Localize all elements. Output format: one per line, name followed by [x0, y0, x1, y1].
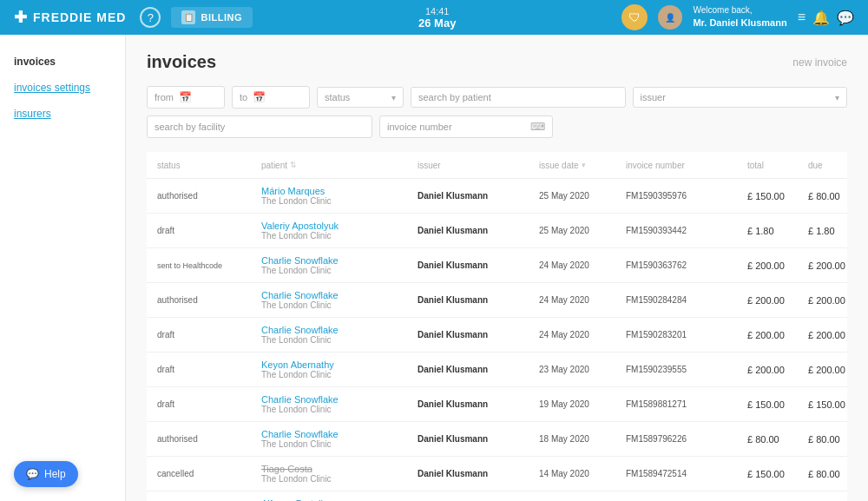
issuer-cell: Daniel Klusmann: [418, 469, 539, 478]
facility-name: The London Clinic: [261, 266, 418, 275]
sidebar-item-invoices-settings[interactable]: invoices settings: [0, 75, 125, 101]
invoice-num-cell: FM1590395976: [626, 191, 747, 201]
due-cell: £ 80.00: [808, 469, 847, 479]
table-body: authorised Mário Marques The London Clin…: [147, 179, 847, 501]
patient-name-link[interactable]: Valeriy Apostolyuk: [261, 221, 418, 231]
status-cell: authorised: [157, 191, 261, 201]
invoice-num-cell: FM1590363762: [626, 260, 747, 270]
status-cell: sent to Healthcode: [157, 261, 261, 270]
invoice-num-cell: FM1590239555: [626, 365, 747, 374]
date-cell: 24 May 2020: [539, 260, 626, 270]
header-right: 🛡 👤 Welcome back, Mr. Daniel Klusmann ≡ …: [621, 4, 854, 30]
invoice-num-cell: FM1589881271: [626, 399, 747, 409]
patient-name-link[interactable]: Charlie Snowflake: [261, 255, 418, 266]
table-row: authorised Charlie Snowflake The London …: [147, 283, 847, 318]
status-cell: draft: [157, 330, 261, 339]
filters-row-2: search by facility invoice number ⌨: [147, 115, 847, 138]
due-cell: £ 80.00: [808, 191, 847, 201]
col-total: total: [747, 161, 808, 170]
patient-name-link[interactable]: Charlie Snowflake: [261, 429, 418, 439]
patient-name-link[interactable]: Keyon Abernathy: [261, 359, 418, 370]
total-cell: £ 150.00: [747, 191, 808, 201]
col-due: due: [808, 161, 847, 170]
date-cell: 23 May 2020: [539, 365, 626, 374]
table-row: draft Charlie Snowflake The London Clini…: [147, 318, 847, 353]
logo-text: FREDDIE MED: [33, 10, 126, 24]
from-date-input[interactable]: from 📅: [147, 86, 225, 109]
patient-name-link[interactable]: Tiago Costa: [261, 464, 418, 474]
main-content: invoices new invoice from 📅 to 📅 status …: [126, 35, 868, 501]
total-cell: £ 200.00: [747, 295, 808, 306]
patient-name-link[interactable]: Charlie Snowflake: [261, 290, 418, 300]
total-cell: £ 200.00: [747, 365, 808, 375]
date-cell: 25 May 2020: [539, 191, 626, 201]
billing-icon: 📋: [181, 10, 195, 24]
logo: ✚ FREDDIE MED: [14, 8, 126, 27]
patient-name-link[interactable]: Mário Marques: [261, 186, 418, 196]
facility-search-input[interactable]: search by facility: [147, 115, 372, 138]
barcode-icon: ⌨: [530, 121, 545, 133]
sidebar-item-insurers[interactable]: insurers: [0, 101, 125, 127]
issuer-cell: Daniel Klusmann: [418, 330, 539, 339]
total-cell: £ 150.00: [747, 399, 808, 410]
to-label: to: [240, 92, 247, 102]
issuer-cell: Daniel Klusmann: [418, 295, 539, 305]
list-icon[interactable]: ≡: [798, 10, 806, 25]
total-cell: £ 200.00: [747, 260, 808, 271]
table-row: authorised Charlie Snowflake The London …: [147, 422, 847, 457]
table-row: authorised Mário Marques The London Clin…: [147, 179, 847, 214]
patient-cell: Tiago Costa The London Clinic: [261, 464, 418, 484]
page-header: invoices new invoice: [147, 52, 847, 72]
col-issuer: issuer: [418, 161, 539, 170]
facility-name: The London Clinic: [261, 231, 418, 241]
invoice-num-cell: FM1589472514: [626, 469, 747, 478]
issuer-cell: Daniel Klusmann: [418, 365, 539, 374]
patient-cell: Charlie Snowflake The London Clinic: [261, 429, 418, 449]
shield-icon: 🛡: [621, 4, 648, 30]
col-patient[interactable]: patient ⇅: [261, 161, 418, 170]
billing-nav[interactable]: 📋 BILLING: [171, 7, 253, 28]
status-cell: draft: [157, 226, 261, 235]
status-cell: authorised: [157, 434, 261, 444]
issuer-cell: Daniel Klusmann: [418, 260, 539, 270]
patient-name-link[interactable]: Charlie Snowflake: [261, 325, 418, 335]
help-circle-icon: 💬: [26, 468, 39, 480]
help-icon-button[interactable]: ?: [140, 7, 161, 28]
calendar-icon: 📅: [179, 91, 192, 103]
chat-icon[interactable]: 💬: [837, 10, 854, 26]
help-button[interactable]: 💬 Help: [14, 461, 78, 487]
patient-cell: Charlie Snowflake The London Clinic: [261, 394, 418, 414]
facility-name: The London Clinic: [261, 300, 418, 310]
col-issue-date[interactable]: issue date ▾: [539, 161, 626, 170]
invoice-num-cell: FM1590283201: [626, 330, 747, 339]
table-row: sent to Healthcode Charlie Snowflake The…: [147, 248, 847, 283]
sidebar-item-invoices[interactable]: invoices: [0, 49, 125, 75]
patient-search-input[interactable]: search by patient: [411, 87, 626, 108]
bell-icon[interactable]: 🔔: [812, 10, 830, 26]
facility-name: The London Clinic: [261, 335, 418, 345]
due-cell: £ 200.00: [808, 295, 847, 306]
welcome-text: Welcome back, Mr. Daniel Klusmann: [693, 4, 786, 30]
new-invoice-button[interactable]: new invoice: [792, 56, 847, 69]
table-row: draft Valeriy Apostolyuk The London Clin…: [147, 214, 847, 248]
app-header: ✚ FREDDIE MED ? 📋 BILLING 14:41 26 May 🛡…: [0, 0, 868, 35]
table-row: cancelled Tiago Costa The London Clinic …: [147, 457, 847, 491]
table-header-row: status patient ⇅ issuer issue date ▾ inv…: [147, 152, 847, 179]
filters-row-1: from 📅 to 📅 status ▾ search by patient i…: [147, 86, 847, 109]
col-status: status: [157, 161, 261, 170]
chevron-down-icon-2: ▾: [835, 93, 839, 102]
due-cell: £ 80.00: [808, 434, 847, 445]
status-filter[interactable]: status ▾: [317, 87, 404, 108]
sidebar: invoices invoices settings insurers: [0, 35, 126, 501]
due-cell: £ 1.80: [808, 226, 847, 236]
status-cell: draft: [157, 365, 261, 374]
to-date-input[interactable]: to 📅: [232, 86, 310, 109]
date-cell: 18 May 2020: [539, 434, 626, 444]
date-cell: 24 May 2020: [539, 295, 626, 305]
invoice-number-input[interactable]: invoice number ⌨: [379, 115, 553, 138]
date-cell: 24 May 2020: [539, 330, 626, 339]
patient-name-link[interactable]: Charlie Snowflake: [261, 394, 418, 405]
facility-placeholder: search by facility: [155, 122, 225, 132]
issuer-filter[interactable]: issuer ▾: [633, 87, 848, 108]
header-action-icons: ≡ 🔔 💬: [798, 10, 854, 26]
